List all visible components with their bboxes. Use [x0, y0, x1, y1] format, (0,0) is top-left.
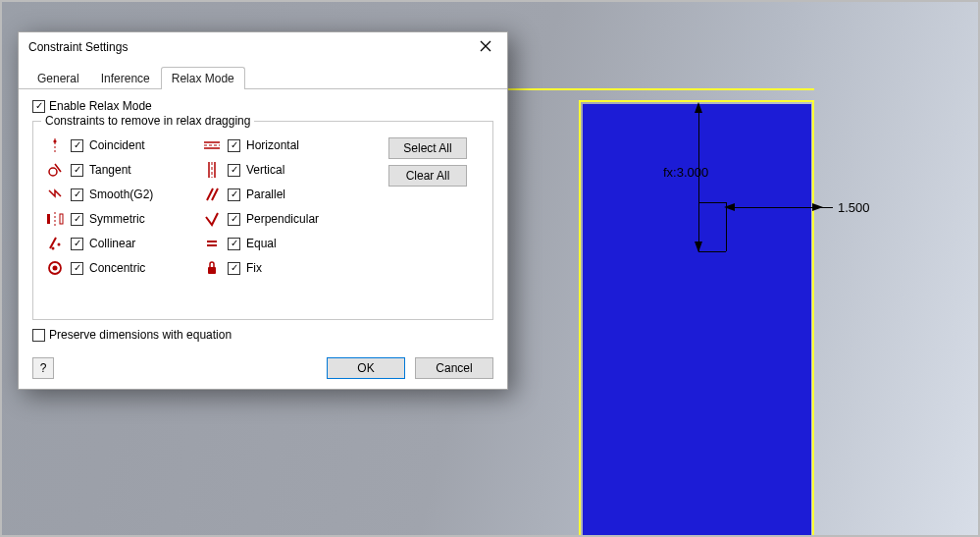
help-icon: ?	[40, 361, 47, 375]
fix-label: Fix	[246, 261, 262, 275]
horizontal-icon	[202, 137, 222, 153]
symmetric-icon	[45, 211, 65, 227]
equal-label: Equal	[246, 237, 277, 250]
coincident-label: Coincident	[89, 138, 145, 152]
groupbox-legend: Constraints to remove in relax dragging	[41, 114, 254, 128]
tab-content: Enable Relax Mode Constraints to remove …	[19, 89, 507, 349]
vertical-label: Vertical	[246, 163, 284, 177]
parallel-label: Parallel	[246, 188, 285, 201]
horizontal-checkbox[interactable]	[228, 139, 240, 152]
select-all-button[interactable]: Select All	[388, 137, 467, 159]
concentric-checkbox[interactable]	[71, 262, 83, 275]
svg-point-3	[53, 139, 56, 142]
concentric-label: Concentric	[89, 261, 145, 275]
tangent-icon	[45, 162, 65, 178]
smooth-icon	[45, 187, 65, 202]
equal-icon	[202, 236, 222, 251]
fix-checkbox[interactable]	[228, 262, 240, 275]
svg-rect-24	[208, 267, 216, 274]
tab-relax-mode[interactable]: Relax Mode	[161, 67, 245, 89]
preserve-row: Preserve dimensions with equation	[32, 328, 493, 342]
enable-relax-label: Enable Relax Mode	[49, 99, 152, 113]
concentric-icon	[45, 260, 65, 276]
tab-bar: General Inference Relax Mode	[19, 62, 507, 89]
tab-inference[interactable]: Inference	[90, 67, 161, 89]
svg-point-11	[52, 247, 55, 250]
vertical-icon	[202, 162, 222, 178]
svg-line-5	[55, 164, 61, 172]
tangent-label: Tangent	[89, 163, 131, 177]
clear-all-button[interactable]: Clear All	[388, 165, 467, 187]
preserve-label: Preserve dimensions with equation	[49, 328, 232, 342]
coincident-icon	[45, 137, 65, 153]
enable-relax-checkbox[interactable]	[32, 100, 45, 113]
smooth-checkbox[interactable]	[71, 188, 83, 201]
collinear-checkbox[interactable]	[71, 238, 83, 250]
dimension-line-horizontal[interactable]	[726, 207, 824, 208]
constraints-grid: Coincident Tangent Smoot	[45, 137, 481, 276]
smooth-label: Smooth(G2)	[89, 188, 153, 201]
sketch-line[interactable]	[579, 100, 581, 537]
parallel-checkbox[interactable]	[228, 188, 240, 201]
arrow-icon	[724, 203, 735, 211]
button-bar: ? OK Cancel	[19, 349, 507, 389]
horizontal-label: Horizontal	[246, 138, 299, 152]
help-button[interactable]: ?	[32, 357, 54, 379]
constraint-settings-dialog: Constraint Settings General Inference Re…	[18, 31, 508, 390]
preserve-checkbox[interactable]	[32, 329, 45, 342]
dialog-title: Constraint Settings	[28, 40, 128, 54]
dimension-value-horizontal[interactable]: 1.500	[838, 200, 870, 215]
ext-line	[698, 251, 726, 252]
tangent-checkbox[interactable]	[71, 164, 83, 177]
vertical-checkbox[interactable]	[228, 164, 240, 177]
svg-point-13	[53, 266, 58, 271]
ext-line	[698, 202, 726, 203]
constraints-groupbox: Constraints to remove in relax dragging …	[32, 121, 493, 320]
perpendicular-checkbox[interactable]	[228, 213, 240, 226]
ok-button[interactable]: OK	[327, 357, 405, 379]
coincident-checkbox[interactable]	[71, 139, 83, 152]
svg-point-4	[49, 168, 57, 176]
close-button[interactable]	[472, 38, 499, 56]
svg-line-9	[50, 238, 56, 248]
collinear-icon	[45, 236, 65, 251]
tab-general[interactable]: General	[26, 67, 90, 89]
perpendicular-icon	[202, 211, 222, 227]
symmetric-label: Symmetric	[89, 212, 145, 226]
collinear-label: Collinear	[89, 237, 135, 250]
close-icon	[480, 40, 491, 52]
cancel-button[interactable]: Cancel	[415, 357, 493, 379]
perpendicular-label: Perpendicular	[246, 212, 319, 226]
svg-point-10	[58, 243, 61, 246]
arrow-icon	[695, 102, 702, 113]
symmetric-checkbox[interactable]	[71, 213, 83, 226]
parallel-icon	[202, 187, 222, 202]
sketch-line[interactable]	[812, 100, 814, 537]
enable-relax-row: Enable Relax Mode	[32, 99, 493, 113]
svg-rect-6	[47, 214, 50, 224]
ext-line	[813, 207, 833, 208]
dimension-value-vertical[interactable]: fx:3.000	[663, 165, 708, 180]
svg-rect-8	[60, 214, 63, 224]
fix-icon	[202, 260, 222, 276]
titlebar: Constraint Settings	[19, 32, 507, 62]
equal-checkbox[interactable]	[228, 238, 240, 250]
